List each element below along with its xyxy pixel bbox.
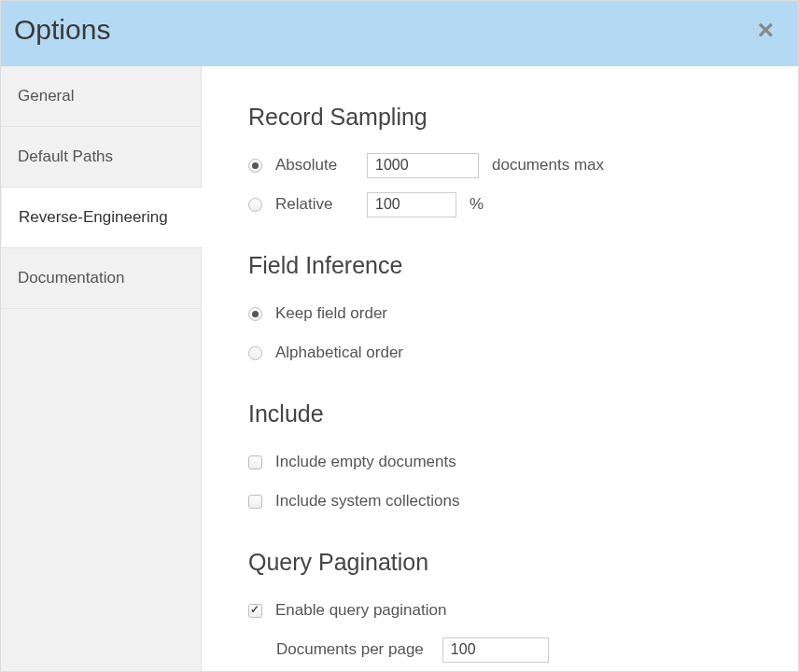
- absolute-radio[interactable]: [248, 159, 262, 173]
- dialog-title: Options: [14, 14, 110, 46]
- include-system-label: Include system collections: [275, 492, 459, 511]
- section-heading: Query Pagination: [248, 549, 751, 576]
- close-icon[interactable]: ×: [753, 16, 778, 44]
- relative-radio[interactable]: [248, 198, 262, 212]
- keep-order-radio[interactable]: [248, 307, 262, 321]
- section-heading: Include: [248, 400, 751, 427]
- section-query-pagination: Query Pagination Enable query pagination…: [248, 549, 751, 664]
- docs-per-page-row: Documents per page: [276, 636, 751, 664]
- sidebar-item-default-paths[interactable]: Default Paths: [1, 127, 201, 188]
- section-field-inference: Field Inference Keep field order Alphabe…: [248, 252, 751, 367]
- include-empty-row: Include empty documents: [248, 448, 751, 476]
- record-sampling-absolute-row: Absolute documents max: [248, 151, 751, 179]
- record-sampling-relative-row: Relative %: [248, 190, 751, 218]
- field-inference-alpha-row: Alphabetical order: [248, 339, 751, 367]
- keep-order-label: Keep field order: [275, 304, 387, 323]
- sidebar-item-label: General: [18, 87, 74, 105]
- sidebar-item-label: Default Paths: [18, 147, 113, 165]
- enable-pagination-row: Enable query pagination: [248, 596, 751, 624]
- enable-pagination-label: Enable query pagination: [275, 601, 446, 620]
- include-system-checkbox[interactable]: [248, 495, 262, 509]
- sidebar-item-general[interactable]: General: [1, 66, 201, 127]
- include-empty-checkbox[interactable]: [248, 455, 262, 469]
- relative-input[interactable]: [367, 192, 456, 217]
- absolute-input[interactable]: [367, 153, 479, 178]
- absolute-suffix: documents max: [492, 156, 604, 175]
- section-record-sampling: Record Sampling Absolute documents max R…: [248, 104, 751, 218]
- content-panel: Record Sampling Absolute documents max R…: [202, 66, 798, 671]
- field-inference-keep-row: Keep field order: [248, 300, 751, 328]
- enable-pagination-checkbox[interactable]: [248, 604, 262, 618]
- relative-suffix: %: [470, 195, 484, 214]
- sidebar: General Default Paths Reverse-Engineerin…: [1, 66, 202, 671]
- absolute-label: Absolute: [275, 156, 363, 175]
- section-heading: Field Inference: [248, 252, 751, 279]
- sidebar-item-reverse-engineering[interactable]: Reverse-Engineering: [2, 188, 203, 248]
- alpha-order-label: Alphabetical order: [275, 343, 403, 362]
- section-heading: Record Sampling: [248, 104, 751, 131]
- include-system-row: Include system collections: [248, 487, 751, 515]
- dialog-body: General Default Paths Reverse-Engineerin…: [1, 66, 798, 671]
- titlebar: Options ×: [1, 1, 798, 66]
- sidebar-item-documentation[interactable]: Documentation: [1, 248, 201, 309]
- relative-label: Relative: [275, 195, 363, 214]
- docs-per-page-label: Documents per page: [276, 640, 424, 659]
- include-empty-label: Include empty documents: [275, 453, 456, 471]
- section-include: Include Include empty documents Include …: [248, 400, 751, 515]
- sidebar-item-label: Documentation: [18, 269, 124, 287]
- options-dialog: Options × General Default Paths Reverse-…: [0, 0, 799, 672]
- sidebar-item-label: Reverse-Engineering: [19, 208, 168, 226]
- alpha-order-radio[interactable]: [248, 346, 262, 360]
- docs-per-page-input[interactable]: [442, 637, 549, 663]
